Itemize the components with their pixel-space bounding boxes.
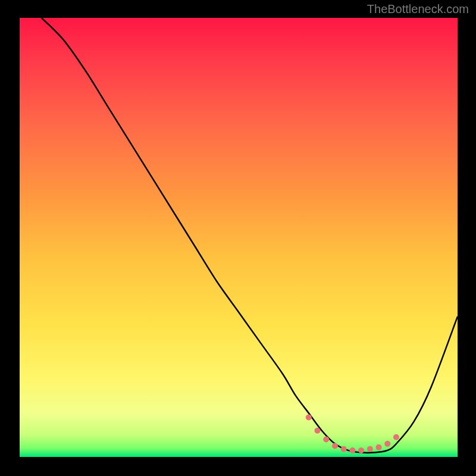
marker-point (323, 436, 329, 442)
marker-point (306, 415, 312, 421)
marker-point (341, 446, 347, 452)
marker-point (393, 434, 399, 440)
marker-point (358, 447, 364, 453)
marker-point (384, 441, 390, 447)
gradient-background (20, 18, 458, 457)
marker-point (376, 444, 382, 450)
chart-svg (20, 18, 458, 457)
attribution-text: TheBottleneck.com (367, 2, 469, 16)
marker-point (367, 446, 373, 452)
marker-point (349, 447, 355, 453)
chart-plot-area (20, 18, 458, 457)
marker-point (314, 428, 320, 434)
marker-point (332, 443, 338, 449)
